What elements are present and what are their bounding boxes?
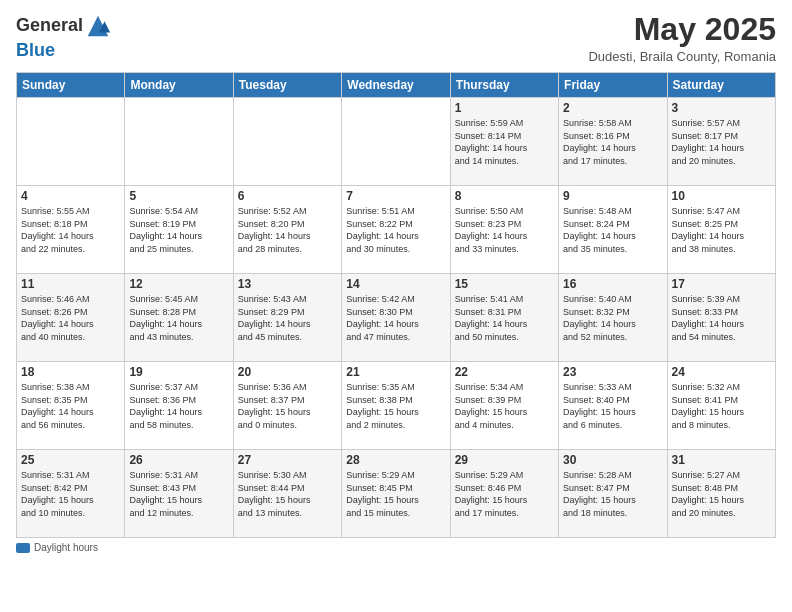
table-row [17, 98, 125, 186]
table-row [342, 98, 450, 186]
day-info: Sunrise: 5:45 AM Sunset: 8:28 PM Dayligh… [129, 293, 228, 343]
day-number: 12 [129, 277, 228, 291]
table-row: 27Sunrise: 5:30 AM Sunset: 8:44 PM Dayli… [233, 450, 341, 538]
table-row: 13Sunrise: 5:43 AM Sunset: 8:29 PM Dayli… [233, 274, 341, 362]
day-number: 24 [672, 365, 771, 379]
day-info: Sunrise: 5:55 AM Sunset: 8:18 PM Dayligh… [21, 205, 120, 255]
table-row: 25Sunrise: 5:31 AM Sunset: 8:42 PM Dayli… [17, 450, 125, 538]
day-info: Sunrise: 5:59 AM Sunset: 8:14 PM Dayligh… [455, 117, 554, 167]
table-row: 29Sunrise: 5:29 AM Sunset: 8:46 PM Dayli… [450, 450, 558, 538]
col-thursday: Thursday [450, 73, 558, 98]
table-row: 26Sunrise: 5:31 AM Sunset: 8:43 PM Dayli… [125, 450, 233, 538]
calendar-week-row: 18Sunrise: 5:38 AM Sunset: 8:35 PM Dayli… [17, 362, 776, 450]
table-row [233, 98, 341, 186]
table-row: 17Sunrise: 5:39 AM Sunset: 8:33 PM Dayli… [667, 274, 775, 362]
day-info: Sunrise: 5:34 AM Sunset: 8:39 PM Dayligh… [455, 381, 554, 431]
col-monday: Monday [125, 73, 233, 98]
day-info: Sunrise: 5:41 AM Sunset: 8:31 PM Dayligh… [455, 293, 554, 343]
table-row: 10Sunrise: 5:47 AM Sunset: 8:25 PM Dayli… [667, 186, 775, 274]
day-info: Sunrise: 5:52 AM Sunset: 8:20 PM Dayligh… [238, 205, 337, 255]
day-number: 23 [563, 365, 662, 379]
table-row: 14Sunrise: 5:42 AM Sunset: 8:30 PM Dayli… [342, 274, 450, 362]
day-number: 29 [455, 453, 554, 467]
table-row: 5Sunrise: 5:54 AM Sunset: 8:19 PM Daylig… [125, 186, 233, 274]
table-row: 8Sunrise: 5:50 AM Sunset: 8:23 PM Daylig… [450, 186, 558, 274]
table-row: 16Sunrise: 5:40 AM Sunset: 8:32 PM Dayli… [559, 274, 667, 362]
day-number: 6 [238, 189, 337, 203]
day-info: Sunrise: 5:38 AM Sunset: 8:35 PM Dayligh… [21, 381, 120, 431]
day-number: 10 [672, 189, 771, 203]
table-row: 11Sunrise: 5:46 AM Sunset: 8:26 PM Dayli… [17, 274, 125, 362]
day-number: 20 [238, 365, 337, 379]
col-wednesday: Wednesday [342, 73, 450, 98]
day-number: 27 [238, 453, 337, 467]
calendar-week-row: 4Sunrise: 5:55 AM Sunset: 8:18 PM Daylig… [17, 186, 776, 274]
day-info: Sunrise: 5:46 AM Sunset: 8:26 PM Dayligh… [21, 293, 120, 343]
calendar-week-row: 25Sunrise: 5:31 AM Sunset: 8:42 PM Dayli… [17, 450, 776, 538]
page-container: General Blue May 2025 Dudesti, Braila Co… [0, 0, 792, 612]
table-row: 12Sunrise: 5:45 AM Sunset: 8:28 PM Dayli… [125, 274, 233, 362]
day-number: 1 [455, 101, 554, 115]
day-number: 26 [129, 453, 228, 467]
day-number: 31 [672, 453, 771, 467]
day-info: Sunrise: 5:29 AM Sunset: 8:45 PM Dayligh… [346, 469, 445, 519]
header: General Blue May 2025 Dudesti, Braila Co… [16, 12, 776, 64]
col-friday: Friday [559, 73, 667, 98]
table-row: 18Sunrise: 5:38 AM Sunset: 8:35 PM Dayli… [17, 362, 125, 450]
col-saturday: Saturday [667, 73, 775, 98]
location-subtitle: Dudesti, Braila County, Romania [588, 49, 776, 64]
table-row: 21Sunrise: 5:35 AM Sunset: 8:38 PM Dayli… [342, 362, 450, 450]
day-info: Sunrise: 5:27 AM Sunset: 8:48 PM Dayligh… [672, 469, 771, 519]
logo-icon [84, 12, 112, 40]
day-info: Sunrise: 5:39 AM Sunset: 8:33 PM Dayligh… [672, 293, 771, 343]
table-row: 22Sunrise: 5:34 AM Sunset: 8:39 PM Dayli… [450, 362, 558, 450]
day-number: 18 [21, 365, 120, 379]
table-row: 6Sunrise: 5:52 AM Sunset: 8:20 PM Daylig… [233, 186, 341, 274]
col-tuesday: Tuesday [233, 73, 341, 98]
day-number: 15 [455, 277, 554, 291]
logo: General Blue [16, 12, 113, 62]
table-row: 31Sunrise: 5:27 AM Sunset: 8:48 PM Dayli… [667, 450, 775, 538]
day-info: Sunrise: 5:57 AM Sunset: 8:17 PM Dayligh… [672, 117, 771, 167]
day-number: 14 [346, 277, 445, 291]
day-info: Sunrise: 5:54 AM Sunset: 8:19 PM Dayligh… [129, 205, 228, 255]
col-sunday: Sunday [17, 73, 125, 98]
table-row: 28Sunrise: 5:29 AM Sunset: 8:45 PM Dayli… [342, 450, 450, 538]
day-info: Sunrise: 5:33 AM Sunset: 8:40 PM Dayligh… [563, 381, 662, 431]
day-number: 9 [563, 189, 662, 203]
legend-row: Daylight hours [16, 542, 776, 553]
table-row: 7Sunrise: 5:51 AM Sunset: 8:22 PM Daylig… [342, 186, 450, 274]
day-info: Sunrise: 5:31 AM Sunset: 8:43 PM Dayligh… [129, 469, 228, 519]
calendar-week-row: 11Sunrise: 5:46 AM Sunset: 8:26 PM Dayli… [17, 274, 776, 362]
table-row: 19Sunrise: 5:37 AM Sunset: 8:36 PM Dayli… [125, 362, 233, 450]
day-info: Sunrise: 5:47 AM Sunset: 8:25 PM Dayligh… [672, 205, 771, 255]
day-info: Sunrise: 5:35 AM Sunset: 8:38 PM Dayligh… [346, 381, 445, 431]
day-info: Sunrise: 5:40 AM Sunset: 8:32 PM Dayligh… [563, 293, 662, 343]
day-number: 7 [346, 189, 445, 203]
day-number: 21 [346, 365, 445, 379]
day-number: 8 [455, 189, 554, 203]
day-info: Sunrise: 5:32 AM Sunset: 8:41 PM Dayligh… [672, 381, 771, 431]
day-number: 3 [672, 101, 771, 115]
day-info: Sunrise: 5:29 AM Sunset: 8:46 PM Dayligh… [455, 469, 554, 519]
title-section: May 2025 Dudesti, Braila County, Romania [588, 12, 776, 64]
day-number: 30 [563, 453, 662, 467]
day-number: 5 [129, 189, 228, 203]
table-row: 30Sunrise: 5:28 AM Sunset: 8:47 PM Dayli… [559, 450, 667, 538]
day-info: Sunrise: 5:43 AM Sunset: 8:29 PM Dayligh… [238, 293, 337, 343]
table-row: 2Sunrise: 5:58 AM Sunset: 8:16 PM Daylig… [559, 98, 667, 186]
day-info: Sunrise: 5:50 AM Sunset: 8:23 PM Dayligh… [455, 205, 554, 255]
logo-general-text: General [16, 15, 83, 35]
day-info: Sunrise: 5:42 AM Sunset: 8:30 PM Dayligh… [346, 293, 445, 343]
table-row: 23Sunrise: 5:33 AM Sunset: 8:40 PM Dayli… [559, 362, 667, 450]
month-title: May 2025 [588, 12, 776, 47]
calendar-week-row: 1Sunrise: 5:59 AM Sunset: 8:14 PM Daylig… [17, 98, 776, 186]
day-number: 13 [238, 277, 337, 291]
table-row: 3Sunrise: 5:57 AM Sunset: 8:17 PM Daylig… [667, 98, 775, 186]
day-info: Sunrise: 5:30 AM Sunset: 8:44 PM Dayligh… [238, 469, 337, 519]
day-number: 28 [346, 453, 445, 467]
day-info: Sunrise: 5:51 AM Sunset: 8:22 PM Dayligh… [346, 205, 445, 255]
day-number: 16 [563, 277, 662, 291]
day-number: 4 [21, 189, 120, 203]
logo-blue-text: Blue [16, 40, 55, 60]
